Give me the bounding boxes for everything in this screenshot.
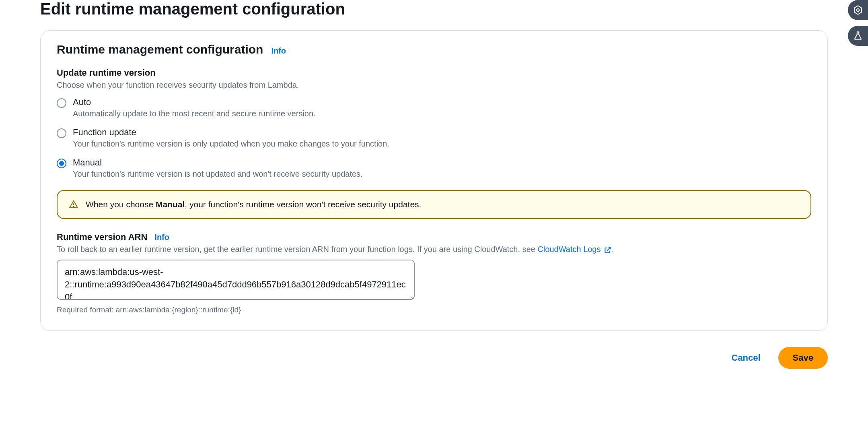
warning-bold: Manual: [156, 200, 185, 209]
radio-option-manual[interactable]: Manual Your function's runtime version i…: [57, 157, 811, 179]
arn-desc-prefix: To roll back to an earlier runtime versi…: [57, 245, 537, 254]
warning-suffix: , your function's runtime version won't …: [185, 200, 421, 209]
side-badge-experiment[interactable]: [848, 26, 868, 46]
radio-label-auto: Auto: [73, 97, 316, 107]
arn-info-link[interactable]: Info: [154, 233, 169, 242]
side-badge-settings[interactable]: [848, 0, 868, 20]
svg-marker-0: [854, 6, 861, 14]
radio-sub-auto: Automatically update to the most recent …: [73, 109, 316, 118]
update-section-desc: Choose when your function receives secur…: [57, 81, 811, 90]
svg-point-1: [857, 9, 860, 12]
cancel-button[interactable]: Cancel: [722, 347, 770, 369]
action-buttons: Cancel Save: [40, 347, 828, 369]
warning-triangle-icon: [69, 200, 78, 209]
arn-section: Runtime version ARN Info To roll back to…: [57, 232, 811, 314]
external-link-icon: [604, 246, 612, 254]
radio-sub-function-update: Your function's runtime version is only …: [73, 139, 389, 149]
panel-info-link[interactable]: Info: [271, 46, 286, 56]
panel-header: Runtime management configuration Info: [57, 43, 811, 56]
radio-circle-icon: [57, 128, 66, 138]
arn-input[interactable]: [57, 260, 415, 300]
radio-label-manual: Manual: [73, 157, 363, 168]
warning-prefix: When you choose: [86, 200, 156, 209]
arn-title: Runtime version ARN: [57, 232, 147, 242]
page-title: Edit runtime management configuration: [40, 0, 828, 18]
radio-sub-manual: Your function's runtime version is not u…: [73, 169, 363, 179]
arn-desc: To roll back to an earlier runtime versi…: [57, 245, 811, 254]
update-runtime-section: Update runtime version Choose when your …: [57, 68, 811, 314]
radio-circle-icon: [57, 98, 66, 108]
save-button[interactable]: Save: [778, 347, 828, 369]
radio-circle-icon: [57, 159, 66, 168]
radio-group: Auto Automatically update to the most re…: [57, 97, 811, 179]
config-panel: Runtime management configuration Info Up…: [40, 30, 828, 331]
warning-text: When you choose Manual, your function's …: [86, 200, 421, 209]
warning-box: When you choose Manual, your function's …: [57, 190, 811, 219]
radio-option-function-update[interactable]: Function update Your function's runtime …: [57, 127, 811, 149]
radio-option-auto[interactable]: Auto Automatically update to the most re…: [57, 97, 811, 118]
panel-title: Runtime management configuration: [57, 43, 263, 56]
update-section-title: Update runtime version: [57, 68, 811, 78]
arn-hint: Required format: arn:aws:lambda:{region}…: [57, 306, 811, 314]
side-badge-rail: [848, 0, 868, 46]
svg-point-3: [73, 206, 74, 207]
arn-desc-suffix: .: [612, 245, 614, 254]
cloudwatch-logs-link[interactable]: CloudWatch Logs: [537, 245, 612, 254]
radio-label-function-update: Function update: [73, 127, 389, 138]
